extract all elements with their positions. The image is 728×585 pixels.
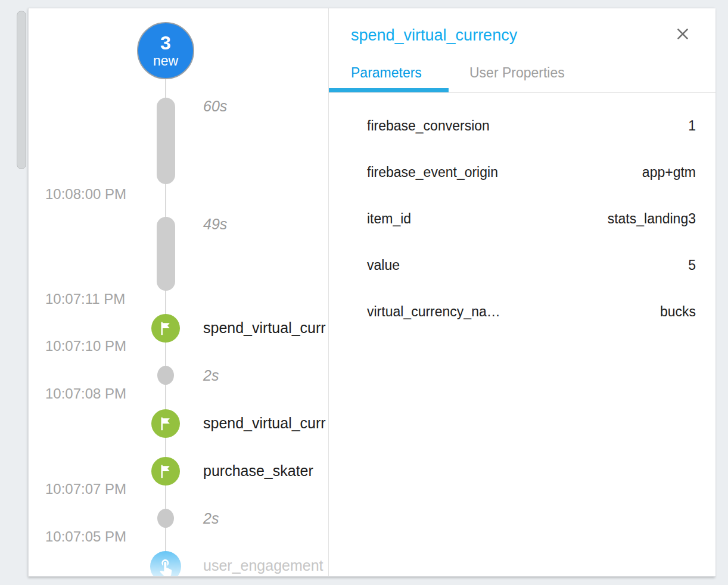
event-name[interactable]: spend_virtual_curr (203, 319, 328, 336)
gap-duration: 49s (203, 216, 227, 232)
tab-user-properties[interactable]: User Properties (469, 65, 565, 80)
tab-parameters[interactable]: Parameters (351, 65, 422, 80)
new-events-label: new (153, 53, 178, 69)
session-gap-pill (157, 98, 175, 184)
touch-icon[interactable] (150, 551, 181, 576)
new-events-badge[interactable]: 3 new (137, 22, 194, 79)
gap-duration: 60s (203, 98, 227, 114)
flag-icon[interactable] (151, 457, 180, 486)
session-gap-pill (157, 217, 175, 291)
parameter-name: firebase_conversion (367, 118, 490, 134)
timestamp: 10:07:07 PM (45, 481, 126, 497)
event-timeline: 3 new 60s 10:08:00 PM 49s 10:07:11 PM sp… (29, 8, 328, 576)
gap-dot (157, 509, 174, 528)
event-name[interactable]: user_engagement (203, 557, 328, 574)
event-detail-panel: spend_virtual_currency Parameters User P… (328, 8, 715, 576)
event-name[interactable]: spend_virtual_curr (203, 415, 328, 431)
timeline-scrollbar[interactable] (17, 11, 26, 169)
parameter-name: value (367, 257, 400, 273)
timestamp: 10:07:05 PM (45, 529, 126, 544)
parameter-name: firebase_event_origin (367, 164, 498, 181)
parameter-row: firebase_event_origin app+gtm (329, 149, 715, 195)
event-name[interactable]: purchase_skater (203, 462, 328, 479)
parameter-row: firebase_conversion 1 (329, 102, 715, 149)
timestamp: 10:07:11 PM (45, 291, 125, 307)
new-events-count: 3 (160, 33, 171, 53)
parameter-row: item_id stats_landing3 (329, 195, 715, 242)
parameter-value: 5 (688, 257, 696, 273)
parameter-value: 1 (688, 118, 696, 134)
parameter-row: virtual_currency_na… bucks (329, 288, 715, 335)
event-detail-title: spend_virtual_currency (351, 26, 517, 45)
parameter-value: bucks (660, 304, 696, 320)
parameter-name: virtual_currency_na… (367, 304, 500, 320)
parameter-list: firebase_conversion 1 firebase_event_ori… (329, 93, 715, 335)
flag-icon[interactable] (151, 314, 180, 343)
timestamp: 10:08:00 PM (45, 186, 126, 202)
gap-dot (157, 366, 174, 385)
parameter-value: app+gtm (642, 164, 696, 181)
parameter-value: stats_landing3 (608, 211, 696, 227)
parameter-row: value 5 (329, 242, 715, 288)
parameter-name: item_id (367, 211, 411, 227)
gap-duration: 2s (203, 367, 219, 384)
active-tab-indicator (329, 88, 449, 92)
close-icon[interactable] (675, 26, 690, 42)
gap-duration: 2s (203, 510, 219, 527)
debug-view-card: 3 new 60s 10:08:00 PM 49s 10:07:11 PM sp… (28, 8, 715, 577)
timestamp: 10:07:10 PM (45, 338, 126, 354)
flag-icon[interactable] (151, 409, 180, 438)
timestamp: 10:07:08 PM (45, 386, 126, 402)
